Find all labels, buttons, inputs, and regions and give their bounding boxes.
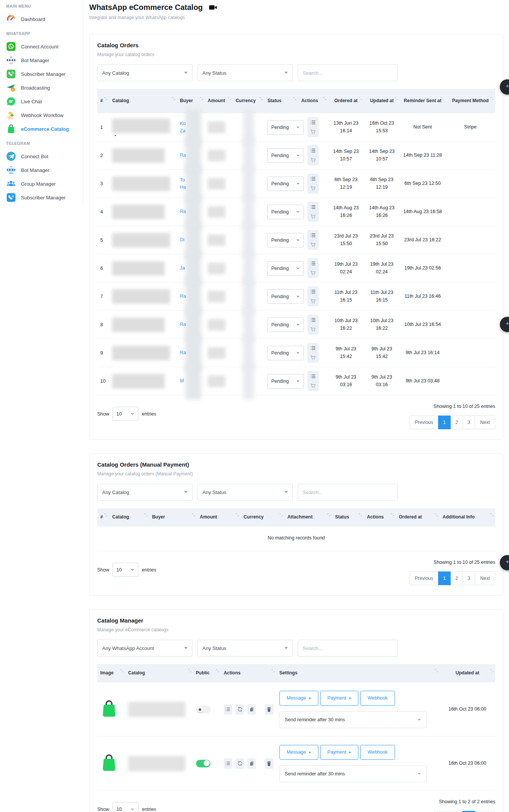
column-header-currency[interactable]: Currency — [241, 511, 284, 523]
sidebar-item-subscriber-manager[interactable]: Subscriber Manager — [0, 67, 83, 81]
column-header-amount[interactable]: Amount — [197, 511, 241, 523]
cart-button[interactable] — [310, 185, 316, 191]
sidebar-item-connect-bot[interactable]: Connect Bot — [0, 149, 83, 163]
cart-button[interactable] — [310, 355, 316, 361]
page-previous[interactable]: Previous — [409, 571, 439, 585]
page-previous[interactable]: Previous — [409, 416, 439, 429]
column-header-actions[interactable]: Actions — [298, 95, 328, 107]
column-header-settings[interactable]: Settings — [276, 667, 440, 679]
column-header-ordered-at[interactable]: Ordered at — [396, 511, 440, 523]
page-1[interactable]: 1 — [438, 571, 451, 585]
reminder-select[interactable]: Send reminder after 30 mins — [279, 765, 427, 782]
page-size-select[interactable]: 10 — [112, 563, 138, 577]
cart-button[interactable] — [310, 383, 316, 389]
page-1[interactable]: 1 — [438, 416, 451, 429]
page-next[interactable]: Next — [475, 571, 495, 585]
buyer-link[interactable]: M — [180, 377, 184, 385]
whatsapp-account-filter-select[interactable]: Any WhatsApp Account — [97, 640, 193, 656]
buyer-link[interactable]: Ja — [180, 265, 185, 272]
column-header-payment-method[interactable]: Payment Method — [445, 95, 495, 107]
column-header-buyer[interactable]: Buyer — [177, 95, 205, 107]
column-header-buyer[interactable]: Buyer — [149, 511, 197, 523]
page-2[interactable]: 2 — [450, 416, 463, 429]
sync-button[interactable] — [236, 758, 244, 769]
order-items-button[interactable] — [310, 373, 316, 379]
public-toggle[interactable] — [196, 760, 210, 767]
sidebar-item-bot-manager[interactable]: Bot Manager — [0, 163, 83, 177]
page-3[interactable]: 3 — [462, 571, 475, 585]
public-toggle[interactable] — [196, 706, 210, 713]
sidebar-item-live-chat[interactable]: Live Chat — [0, 95, 83, 108]
column-header-public[interactable]: Public — [193, 667, 221, 679]
page-3[interactable]: 3 — [462, 416, 475, 429]
delete-button[interactable] — [265, 704, 273, 715]
page-2[interactable]: 2 — [450, 571, 463, 585]
sidebar-item-subscriber-manager[interactable]: Subscriber Manager — [0, 191, 83, 204]
status-filter-select[interactable]: Any Status — [197, 484, 293, 501]
status-filter-select[interactable]: Any Status — [197, 64, 293, 81]
search-input[interactable] — [298, 484, 398, 501]
column-header-num[interactable]: # — [97, 95, 109, 107]
buyer-link[interactable]: Ra — [180, 321, 186, 328]
column-header-currency[interactable]: Currency — [233, 95, 265, 107]
column-header-additional-info[interactable]: Additional Info — [440, 511, 495, 523]
column-header-image[interactable]: Image — [97, 667, 125, 679]
cart-button[interactable] — [310, 270, 316, 276]
cart-button[interactable] — [310, 157, 316, 163]
column-header-status[interactable]: Status — [332, 511, 364, 523]
delete-button[interactable] — [265, 758, 273, 769]
column-header-attachment[interactable]: Attachment — [284, 511, 332, 523]
order-items-button[interactable] — [310, 148, 316, 154]
cart-button[interactable] — [310, 242, 316, 248]
buyer-link[interactable]: Di — [180, 236, 185, 244]
message-button[interactable]: Message▸ — [279, 745, 318, 760]
column-header-catalog[interactable]: Catalog — [125, 667, 193, 679]
duplicate-button[interactable] — [247, 758, 256, 769]
payment-button[interactable]: Payment▸ — [320, 745, 358, 760]
buyer-link[interactable]: Ra — [180, 152, 186, 159]
buyer-link[interactable]: To Ha — [180, 177, 190, 191]
search-input[interactable] — [298, 640, 398, 656]
items-button[interactable] — [224, 758, 232, 769]
reminder-select[interactable]: Send reminder after 30 mins — [279, 711, 427, 728]
order-items-button[interactable] — [310, 345, 316, 351]
catalog-filter-select[interactable]: Any Catalog — [97, 484, 193, 501]
duplicate-button[interactable] — [247, 704, 256, 715]
catalog-filter-select[interactable]: Any Catalog — [97, 64, 193, 81]
order-items-button[interactable] — [310, 176, 316, 182]
search-input[interactable] — [298, 64, 398, 81]
payment-button[interactable]: Payment▸ — [320, 691, 358, 706]
column-header-ordered-at[interactable]: Ordered at — [328, 95, 364, 107]
buyer-link[interactable]: Ko Za — [180, 120, 190, 135]
sidebar-item-bot-manager[interactable]: Bot Manager — [0, 53, 83, 67]
column-header-updated-at[interactable]: Updated at — [364, 95, 400, 107]
sidebar-item-connect-account[interactable]: Connect Account — [0, 40, 83, 53]
cart-button[interactable] — [310, 298, 316, 304]
status-filter-select[interactable]: Any Status — [197, 640, 293, 656]
message-button[interactable]: Message▸ — [279, 691, 318, 706]
sidebar-item-broadcasting[interactable]: 1 Broadcasting — [0, 81, 83, 95]
sidebar-item-dashboard[interactable]: Dashboard — [0, 12, 83, 26]
order-items-button[interactable] — [310, 232, 316, 238]
buyer-link[interactable]: Ra — [180, 208, 186, 215]
webhook-button[interactable]: Webhook — [360, 691, 395, 706]
column-header-actions[interactable]: Actions — [364, 511, 396, 523]
column-header-catalog[interactable]: Catalog — [109, 95, 177, 107]
cart-button[interactable] — [310, 326, 316, 332]
cart-button[interactable] — [310, 129, 316, 135]
sidebar-item-webhook-workflow[interactable]: Webhook Workflow — [0, 108, 83, 122]
buyer-link[interactable]: Ra — [180, 293, 186, 300]
order-items-button[interactable] — [310, 289, 316, 295]
sidebar-item-ecommerce-catalog[interactable]: eCommerce Catalog — [0, 122, 83, 136]
sync-button[interactable] — [236, 704, 244, 715]
page-next[interactable]: Next — [475, 416, 495, 429]
buyer-link[interactable]: Ra — [180, 349, 186, 356]
sidebar-item-group-manager[interactable]: Group Manager — [0, 177, 83, 191]
order-items-button[interactable] — [310, 119, 316, 125]
webhook-button[interactable]: Webhook — [360, 745, 395, 760]
cart-button[interactable] — [310, 213, 316, 220]
column-header-status[interactable]: Status — [264, 95, 298, 107]
column-header-amount[interactable]: Amount — [205, 95, 233, 107]
order-items-button[interactable] — [310, 317, 316, 323]
order-items-button[interactable] — [310, 204, 316, 210]
